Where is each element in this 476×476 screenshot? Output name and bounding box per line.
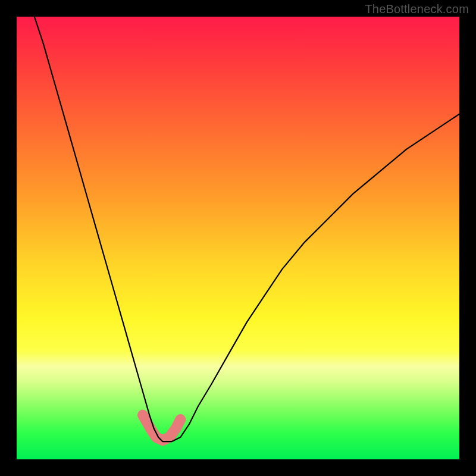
bottleneck-curve-layer [17,17,459,459]
chart-frame: TheBottleneck.com [0,0,476,476]
watermark-text: TheBottleneck.com [365,2,469,16]
plot-area [17,17,459,459]
highlight-band [143,415,180,440]
bottleneck-curve [35,17,459,441]
